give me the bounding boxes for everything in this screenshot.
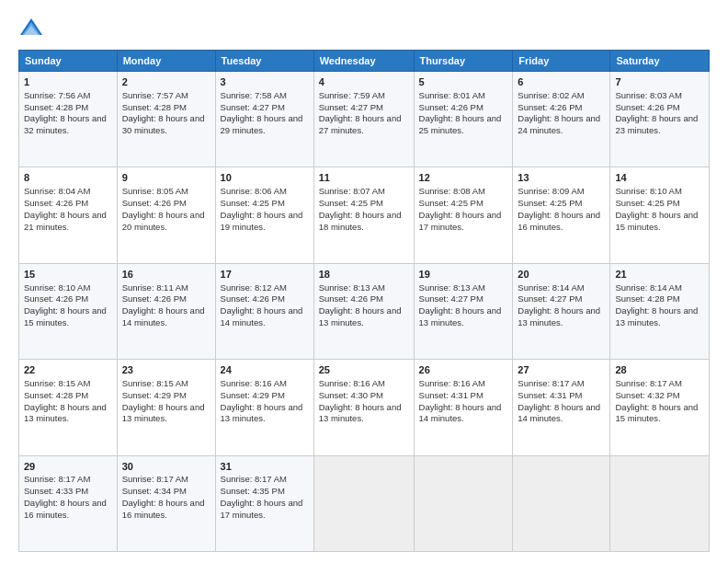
calendar-cell: 30Sunrise: 8:17 AMSunset: 4:34 PMDayligh… <box>117 455 215 551</box>
calendar-week-row: 22Sunrise: 8:15 AMSunset: 4:28 PMDayligh… <box>19 360 710 455</box>
calendar-cell: 2Sunrise: 7:57 AMSunset: 4:28 PMDaylight… <box>117 72 215 167</box>
day-number: 13 <box>518 171 605 185</box>
day-number: 23 <box>122 363 210 377</box>
calendar-cell: 22Sunrise: 8:15 AMSunset: 4:28 PMDayligh… <box>19 360 118 455</box>
calendar-day-header: Monday <box>117 51 215 72</box>
day-number: 11 <box>319 171 409 185</box>
calendar-cell: 19Sunrise: 8:13 AMSunset: 4:27 PMDayligh… <box>414 263 513 359</box>
day-number: 28 <box>615 363 704 377</box>
day-number: 16 <box>122 268 210 282</box>
day-number: 9 <box>122 171 210 185</box>
day-number: 25 <box>319 363 409 377</box>
calendar-cell <box>513 455 610 551</box>
calendar-cell: 21Sunrise: 8:14 AMSunset: 4:28 PMDayligh… <box>610 263 710 359</box>
calendar-cell: 7Sunrise: 8:03 AMSunset: 4:26 PMDaylight… <box>610 72 710 167</box>
day-number: 24 <box>221 363 309 377</box>
calendar-cell: 15Sunrise: 8:10 AMSunset: 4:26 PMDayligh… <box>19 263 118 359</box>
calendar-cell: 16Sunrise: 8:11 AMSunset: 4:26 PMDayligh… <box>117 263 215 359</box>
calendar-cell: 1Sunrise: 7:56 AMSunset: 4:28 PMDaylight… <box>19 72 118 167</box>
calendar-day-header: Saturday <box>610 51 710 72</box>
calendar-cell: 17Sunrise: 8:12 AMSunset: 4:26 PMDayligh… <box>215 263 313 359</box>
calendar-cell: 12Sunrise: 8:08 AMSunset: 4:25 PMDayligh… <box>414 167 513 263</box>
calendar-cell: 26Sunrise: 8:16 AMSunset: 4:31 PMDayligh… <box>414 360 513 455</box>
calendar-cell: 20Sunrise: 8:14 AMSunset: 4:27 PMDayligh… <box>513 263 610 359</box>
calendar-cell: 11Sunrise: 8:07 AMSunset: 4:25 PMDayligh… <box>313 167 414 263</box>
calendar-day-header: Friday <box>513 51 610 72</box>
logo <box>18 15 48 40</box>
calendar-cell: 9Sunrise: 8:05 AMSunset: 4:26 PMDaylight… <box>117 167 215 263</box>
day-number: 10 <box>221 171 309 185</box>
calendar-week-row: 8Sunrise: 8:04 AMSunset: 4:26 PMDaylight… <box>19 167 710 263</box>
day-number: 1 <box>24 75 112 89</box>
header <box>18 15 710 40</box>
calendar-cell: 5Sunrise: 8:01 AMSunset: 4:26 PMDaylight… <box>414 72 513 167</box>
calendar-cell: 27Sunrise: 8:17 AMSunset: 4:31 PMDayligh… <box>513 360 610 455</box>
calendar-cell: 3Sunrise: 7:58 AMSunset: 4:27 PMDaylight… <box>215 72 313 167</box>
calendar-cell <box>610 455 710 551</box>
page: SundayMondayTuesdayWednesdayThursdayFrid… <box>0 0 728 563</box>
calendar-cell: 31Sunrise: 8:17 AMSunset: 4:35 PMDayligh… <box>215 455 313 551</box>
calendar-cell: 13Sunrise: 8:09 AMSunset: 4:25 PMDayligh… <box>513 167 610 263</box>
calendar-day-header: Tuesday <box>215 51 313 72</box>
day-number: 4 <box>319 75 409 89</box>
calendar-cell: 29Sunrise: 8:17 AMSunset: 4:33 PMDayligh… <box>19 455 118 551</box>
day-number: 6 <box>518 75 605 89</box>
calendar-cell: 4Sunrise: 7:59 AMSunset: 4:27 PMDaylight… <box>313 72 414 167</box>
day-number: 12 <box>419 171 508 185</box>
logo-icon <box>18 15 44 40</box>
calendar-cell: 28Sunrise: 8:17 AMSunset: 4:32 PMDayligh… <box>610 360 710 455</box>
calendar-cell <box>414 455 513 551</box>
calendar-cell: 25Sunrise: 8:16 AMSunset: 4:30 PMDayligh… <box>313 360 414 455</box>
day-number: 31 <box>221 460 309 474</box>
day-number: 22 <box>24 363 112 377</box>
calendar-cell: 18Sunrise: 8:13 AMSunset: 4:26 PMDayligh… <box>313 263 414 359</box>
calendar-cell: 14Sunrise: 8:10 AMSunset: 4:25 PMDayligh… <box>610 167 710 263</box>
calendar-week-row: 1Sunrise: 7:56 AMSunset: 4:28 PMDaylight… <box>19 72 710 167</box>
calendar-cell: 10Sunrise: 8:06 AMSunset: 4:25 PMDayligh… <box>215 167 313 263</box>
day-number: 3 <box>221 75 309 89</box>
day-number: 15 <box>24 268 112 282</box>
calendar-week-row: 29Sunrise: 8:17 AMSunset: 4:33 PMDayligh… <box>19 455 710 551</box>
day-number: 27 <box>518 363 605 377</box>
day-number: 2 <box>122 75 210 89</box>
calendar-cell: 23Sunrise: 8:15 AMSunset: 4:29 PMDayligh… <box>117 360 215 455</box>
day-number: 5 <box>419 75 508 89</box>
day-number: 8 <box>24 171 112 185</box>
day-number: 14 <box>615 171 704 185</box>
calendar-day-header: Sunday <box>19 51 118 72</box>
day-number: 29 <box>24 460 112 474</box>
calendar-day-header: Wednesday <box>313 51 414 72</box>
day-number: 18 <box>319 268 409 282</box>
day-number: 17 <box>221 268 309 282</box>
day-number: 7 <box>615 75 704 89</box>
day-number: 26 <box>419 363 508 377</box>
calendar-day-header: Thursday <box>414 51 513 72</box>
day-number: 20 <box>518 268 605 282</box>
calendar-table: SundayMondayTuesdayWednesdayThursdayFrid… <box>18 50 710 552</box>
calendar-cell: 8Sunrise: 8:04 AMSunset: 4:26 PMDaylight… <box>19 167 118 263</box>
calendar-cell <box>313 455 414 551</box>
calendar-header-row: SundayMondayTuesdayWednesdayThursdayFrid… <box>19 51 710 72</box>
day-number: 19 <box>419 268 508 282</box>
day-number: 30 <box>122 460 210 474</box>
calendar-cell: 24Sunrise: 8:16 AMSunset: 4:29 PMDayligh… <box>215 360 313 455</box>
day-number: 21 <box>615 268 704 282</box>
calendar-cell: 6Sunrise: 8:02 AMSunset: 4:26 PMDaylight… <box>513 72 610 167</box>
calendar-week-row: 15Sunrise: 8:10 AMSunset: 4:26 PMDayligh… <box>19 263 710 359</box>
